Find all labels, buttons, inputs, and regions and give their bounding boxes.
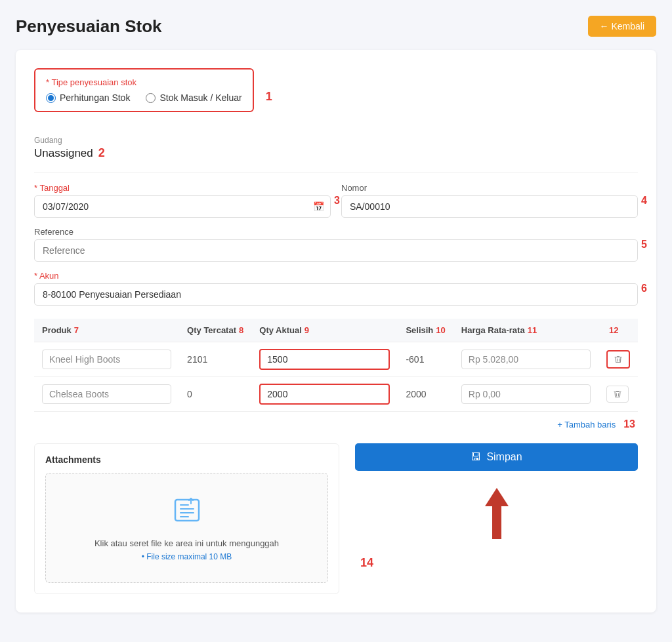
save-section: 🖫 Simpan 14: [355, 443, 638, 594]
attachments-title: Attachments: [45, 454, 328, 465]
radio-perhitungan-input[interactable]: [46, 93, 56, 103]
selisih-cell: -601: [398, 342, 453, 377]
step14-number: 14: [360, 556, 373, 570]
bottom-section: Attachments Klik atau seret file ke area…: [34, 443, 638, 594]
table-row: 2101 -601: [34, 342, 638, 377]
akun-input[interactable]: [34, 283, 638, 306]
back-button[interactable]: ← Kembali: [588, 16, 656, 37]
arrow-head: [485, 488, 509, 506]
step2-number: 2: [98, 146, 105, 160]
harga-input[interactable]: [461, 350, 591, 369]
page-title: Penyesuaian Stok: [16, 16, 162, 37]
radio-perhitungan-label: Perhitungan Stok: [60, 92, 130, 103]
radio-stok-masuk[interactable]: Stok Masuk / Keluar: [146, 92, 242, 103]
akun-group: * Akun 6: [34, 271, 638, 306]
svg-rect-4: [175, 500, 199, 521]
reference-group: Reference 5: [34, 227, 638, 262]
main-card: * Tipe penyesuaian stok Perhitungan Stok…: [16, 50, 656, 612]
step5-number: 5: [641, 239, 647, 251]
reference-input[interactable]: [34, 239, 638, 262]
step3-number: 3: [334, 195, 340, 207]
gudang-value: Unassigned: [34, 147, 93, 160]
tanggal-group: * Tanggal 📅 3: [34, 183, 331, 218]
add-row-label: + Tambah baris: [557, 420, 616, 430]
radio-perhitungan[interactable]: Perhitungan Stok: [46, 92, 130, 103]
nomor-input[interactable]: [341, 195, 638, 218]
col-qty-aktual: Qty Aktual9: [251, 319, 398, 342]
table-row: 0 2000: [34, 377, 638, 412]
qty-aktual-input[interactable]: [259, 349, 390, 370]
radio-stok-masuk-label: Stok Masuk / Keluar: [159, 92, 242, 103]
arrow-area: [355, 481, 638, 539]
arrow-shaft: [492, 506, 501, 539]
nomor-group: Nomor 4: [341, 183, 638, 218]
col-harga: Harga Rata-rata11: [453, 319, 598, 342]
tipe-label: * Tipe penyesuaian stok: [46, 77, 242, 87]
tipe-box: * Tipe penyesuaian stok Perhitungan Stok…: [34, 68, 254, 112]
upload-area[interactable]: Klik atau seret file ke area ini untuk m…: [45, 473, 328, 583]
trash-icon: [613, 390, 622, 399]
reference-label: Reference: [34, 227, 638, 237]
qty-tercatat-cell: 0: [179, 377, 251, 412]
save-icon: 🖫: [471, 451, 481, 463]
step6-number: 6: [641, 283, 647, 294]
step1-number: 1: [266, 89, 272, 103]
delete-row-button[interactable]: [606, 386, 629, 403]
akun-label: * Akun: [34, 271, 638, 281]
radio-stok-masuk-input[interactable]: [146, 93, 156, 103]
tipe-section: * Tipe penyesuaian stok Perhitungan Stok…: [34, 68, 254, 124]
qty-aktual-input[interactable]: [259, 384, 390, 405]
products-table: Produk7 Qty Tercatat8 Qty Aktual9 Selisi…: [34, 319, 638, 412]
tanggal-label: * Tanggal: [34, 183, 331, 193]
gudang-label: Gudang: [34, 136, 638, 145]
radio-group: Perhitungan Stok Stok Masuk / Keluar: [46, 92, 242, 103]
add-row-button[interactable]: + Tambah baris 13: [34, 418, 638, 430]
selisih-cell: 2000: [398, 377, 453, 412]
attachments-box: Attachments Klik atau seret file ke area…: [34, 443, 339, 594]
step4-number: 4: [641, 195, 647, 207]
harga-input[interactable]: [461, 384, 591, 404]
qty-tercatat-cell: 2101: [179, 342, 251, 377]
tanggal-nomor-row: * Tanggal 📅 3 Nomor 4: [34, 183, 638, 218]
nomor-label: Nomor: [341, 183, 638, 193]
upload-icon: [59, 494, 314, 532]
simpan-label: Simpan: [486, 451, 522, 463]
col-qty-tercatat: Qty Tercatat8: [179, 319, 251, 342]
produk-input[interactable]: [42, 350, 171, 369]
gudang-section: Gudang Unassigned 2: [34, 136, 638, 160]
upload-text: Klik atau seret file ke area ini untuk m…: [59, 538, 314, 548]
delete-row-button[interactable]: [606, 350, 630, 369]
col-selisih: Selisih10: [398, 319, 453, 342]
col-action: 12: [598, 319, 638, 342]
produk-input[interactable]: [42, 384, 171, 404]
table-section: Produk7 Qty Tercatat8 Qty Aktual9 Selisi…: [34, 319, 638, 430]
calendar-icon: 📅: [313, 201, 324, 212]
tanggal-input[interactable]: [34, 195, 331, 218]
upload-note: • File size maximal 10 MB: [59, 552, 314, 561]
simpan-button[interactable]: 🖫 Simpan: [355, 443, 638, 471]
step13-number: 13: [623, 418, 635, 430]
trash-icon: [614, 355, 623, 364]
col-produk: Produk7: [34, 319, 179, 342]
